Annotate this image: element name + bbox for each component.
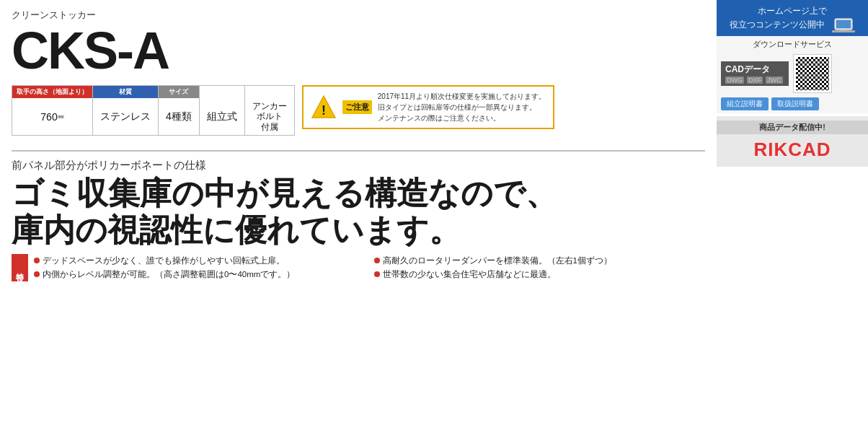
page-wrapper: クリーンストッカー CKS-A 取手の高さ（地面より） 760㎜ 材質 ステンレ… (0, 0, 868, 438)
height-unit: ㎜ (58, 112, 64, 121)
bullet-text: デッドスペースが少なく、誰でも操作がしやすい回転式上扉。 (43, 255, 285, 266)
notice-box: ! ご注意 2017年11月より順次仕様変更を実施しております。 旧タイプとは回… (302, 85, 554, 129)
spec-header-size: サイズ (159, 86, 199, 98)
assembly-manual-button[interactable]: 組立説明書 (721, 97, 769, 110)
usage-manual-button[interactable]: 取扱説明書 (771, 97, 819, 110)
spec-header-height: 取手の高さ（地面より） (12, 86, 92, 98)
spec-value-assembly: 組立式 (200, 98, 244, 135)
bullet-dot (34, 271, 40, 277)
notice-text: 2017年11月より順次仕様変更を実施しております。 旧タイプとは回転扉等の仕様… (378, 91, 546, 123)
rikcad-logo[interactable]: RIKCAD (717, 139, 868, 161)
spec-value-anchor: アンカー ボルト 付属 (245, 98, 294, 135)
sidebar-download-label: ダウンロードサービス (717, 36, 868, 51)
anchor-line3: 付属 (261, 122, 278, 132)
svg-text:!: ! (322, 103, 326, 118)
spec-value-size: 4種類 (159, 98, 199, 135)
bullet-item-2-right: 世帯数の少ない集合住宅や店舗などに最適。 (374, 269, 700, 280)
cad-data-title: CADデータ (725, 63, 770, 76)
cad-data-box: CADデータ DWG DXF JWC (721, 61, 789, 86)
banner-line1: ホームページ上で (758, 6, 827, 16)
bullet-dot (374, 271, 380, 277)
feature-tag: 特長 (12, 254, 28, 281)
spec-header-material: 材質 (93, 86, 158, 98)
notice-line1: 2017年11月より順次仕様変更を実施しております。 (378, 91, 546, 102)
laptop-icon (832, 17, 855, 33)
spec-group-anchor: アンカー ボルト 付属 (245, 86, 294, 135)
bullet-text: 高耐久のロータリーダンパーを標準装備。（左右1個ずつ） (383, 255, 612, 266)
feature-subtitle: 前パネル部分がポリカーボネートの仕様 (12, 159, 705, 172)
notice-line3: メンテナンスの際はご注意ください。 (378, 113, 546, 123)
warning-icon: ! (311, 95, 337, 121)
spec-group-assembly: 組立式 (200, 86, 245, 135)
spec-value-height: 760㎜ (12, 98, 92, 135)
svg-rect-5 (840, 30, 847, 31)
feature-title: ゴミ収集庫の中が見える構造なので、 庫内の視認性に優れています。 (12, 175, 705, 248)
sidebar: ホームページ上で 役立つコンテンツ公開中 ダウンロードサービス CADデータ D… (717, 0, 868, 438)
sidebar-cad-row: CADデータ DWG DXF JWC (717, 51, 868, 96)
rikcad-section-label: 商品データ配信中! (717, 121, 868, 134)
spec-group-height: 取手の高さ（地面より） 760㎜ (12, 86, 93, 135)
product-category: クリーンストッカー (12, 9, 705, 22)
bullet-row-2: 内側からレベル調整が可能。（高さ調整範囲は0〜40mmです。） 世帯数の少ない集… (34, 269, 699, 280)
spec-value-material: ステンレス (93, 98, 158, 135)
anchor-line1: アンカー (252, 101, 287, 111)
bullet-text: 世帯数の少ない集合住宅や店舗などに最適。 (383, 269, 556, 280)
spec-notice-row: 取手の高さ（地面より） 760㎜ 材質 ステンレス サイズ 4種類 (12, 85, 705, 144)
bullet-item-2-left: 内側からレベル調整が可能。（高さ調整範囲は0〜40mmです。） (34, 269, 360, 280)
format-dxf[interactable]: DXF (747, 76, 763, 84)
bullet-item-1-right: 高耐久のロータリーダンパーを標準装備。（左右1個ずつ） (374, 255, 700, 266)
banner-line2: 役立つコンテンツ公開中 (730, 19, 825, 30)
format-dwg[interactable]: DWG (725, 76, 744, 84)
spec-group-material: 材質 ステンレス (93, 86, 159, 135)
spec-group-size: サイズ 4種類 (159, 86, 200, 135)
feature-bullets: 特長 デッドスペースが少なく、誰でも操作がしやすい回転式上扉。 高耐久のロータリ… (12, 254, 705, 281)
format-jwc[interactable]: JWC (766, 76, 783, 84)
bullet-row-1: デッドスペースが少なく、誰でも操作がしやすい回転式上扉。 高耐久のロータリーダン… (34, 255, 699, 266)
bullet-columns: デッドスペースが少なく、誰でも操作がしやすい回転式上扉。 高耐久のロータリーダン… (28, 254, 705, 281)
cad-formats-row: DWG DXF JWC (725, 76, 783, 84)
feature-title-line1: ゴミ収集庫の中が見える構造なので、 (12, 175, 705, 212)
feature-title-line2: 庫内の視認性に優れています。 (12, 212, 705, 249)
anchor-line2: ボルト (257, 111, 283, 121)
spec-table: 取手の高さ（地面より） 760㎜ 材質 ステンレス サイズ 4種類 (12, 85, 295, 136)
sidebar-banner: ホームページ上で 役立つコンテンツ公開中 (717, 0, 868, 36)
bullet-dot (374, 258, 380, 263)
notice-label: ご注意 (342, 100, 372, 114)
bullet-text: 内側からレベル調整が可能。（高さ調整範囲は0〜40mmです。） (43, 269, 295, 280)
sidebar-manuals-row: 組立説明書 取扱説明書 (717, 96, 868, 113)
main-content: クリーンストッカー CKS-A 取手の高さ（地面より） 760㎜ 材質 ステンレ… (0, 0, 717, 438)
rikcad-section: 商品データ配信中! RIKCAD (717, 116, 868, 167)
product-title: CKS-A (12, 25, 705, 76)
banner-text: ホームページ上で 役立つコンテンツ公開中 (730, 6, 827, 30)
bullet-dot (34, 258, 40, 263)
section-divider (12, 150, 705, 152)
svg-rect-3 (836, 20, 851, 28)
qr-inner (796, 57, 829, 90)
notice-line2: 旧タイプとは回転扉等の仕様が一部異なります。 (378, 102, 546, 113)
height-number: 760 (40, 111, 57, 123)
bullet-item-1-left: デッドスペースが少なく、誰でも操作がしやすい回転式上扉。 (34, 255, 360, 266)
qr-code (793, 54, 832, 93)
